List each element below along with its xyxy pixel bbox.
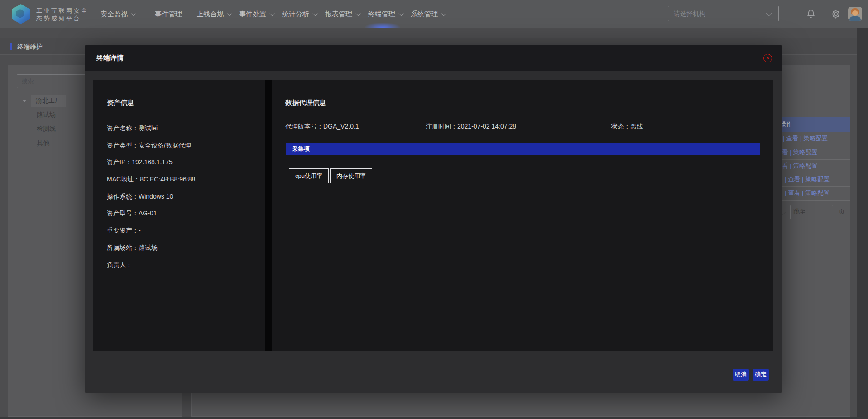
agent-field-register-time: 注册时间：2021-07-02 14:07:28 [426, 123, 516, 131]
active-tab-indicator [365, 23, 400, 28]
nav-item-security-monitor[interactable]: 安全监视 [101, 0, 134, 28]
asset-info-panel: 资产信息 资产名称：测试lei 资产类型：安全设备/数据代理 资产IP：192.… [93, 80, 265, 351]
nav-item-event-management[interactable]: 事件管理 [155, 0, 182, 28]
tree-node-root[interactable]: 渝北工厂 [31, 95, 66, 107]
nav-item-event-handling[interactable]: 事件处置 [239, 0, 273, 28]
table-row-actions[interactable]: | 查看 | 策略配置 [785, 173, 830, 186]
app-logo-text: 工业互联网安全 态势感知平台 [36, 7, 89, 22]
asset-fields: 资产名称：测试lei 资产类型：安全设备/数据代理 资产IP：192.168.1… [107, 120, 260, 273]
avatar-shirt [849, 16, 861, 21]
data-agent-panel: 数据代理信息 代理版本号：DGA_V2.0.1 注册时间：2021-07-02 … [272, 80, 773, 351]
asset-field-name: 资产名称：测试lei [107, 120, 260, 137]
user-avatar[interactable] [848, 7, 862, 21]
asset-field-mac: MAC地址：8C:EC:4B:B8:96:88 [107, 171, 260, 188]
tree-node-child[interactable]: 其他 [37, 139, 49, 148]
nav-item-report-management[interactable]: 报表管理 [325, 0, 359, 28]
tree-expand-caret-icon[interactable] [22, 100, 27, 102]
table-row-actions[interactable]: | 查看 | 策略配置 [783, 132, 828, 145]
app-screen: 工业互联网安全 态势感知平台 安全监视 事件管理 上线合规 事件处置 统计分析 … [0, 0, 868, 419]
modal-title: 终端详情 [96, 45, 124, 71]
org-select-placeholder: 请选择机构 [674, 10, 705, 18]
modal-title-bar: 终端详情 ✕ [85, 45, 782, 71]
close-icon[interactable]: ✕ [763, 54, 772, 62]
logo-line-2: 态势感知平台 [36, 14, 89, 22]
terminal-detail-modal: 终端详情 ✕ 资产信息 资产名称：测试lei 资产类型：安全设备/数据代理 资产… [85, 45, 782, 393]
chevron-down-icon [398, 11, 403, 16]
table-row-actions[interactable]: | 查看 | 策略配置 [785, 186, 830, 200]
confirm-button[interactable]: 确定 [753, 369, 769, 381]
chevron-down-icon [441, 11, 446, 16]
chevron-down-icon [227, 11, 232, 16]
org-select[interactable]: 请选择机构 [668, 6, 779, 21]
page-title: 终端维护 [17, 38, 43, 55]
asset-field-os: 操作系统：Windows 10 [107, 188, 260, 205]
settings-button[interactable] [830, 8, 842, 20]
jump-to-page-input[interactable] [810, 205, 833, 219]
tree-node-child[interactable]: 路试场 [37, 111, 56, 119]
asset-field-ip: 资产IP：192.168.1.175 [107, 154, 260, 171]
nav-item-system-management[interactable]: 系统管理 [411, 0, 445, 28]
collection-item-cpu-usage[interactable]: cpu使用率 [289, 168, 329, 183]
collection-item-memory-usage[interactable]: 内存使用率 [330, 168, 372, 183]
asset-field-type: 资产类型：安全设备/数据代理 [107, 137, 260, 154]
agent-field-version: 代理版本号：DGA_V2.0.1 [285, 123, 359, 131]
asset-field-station: 所属场站：路试场 [107, 239, 260, 257]
breadcrumb-accent [10, 43, 12, 50]
nav-item-statistics[interactable]: 统计分析 [282, 0, 316, 28]
jump-to-label: 跳至 [793, 208, 806, 216]
asset-field-owner: 负责人： [107, 257, 260, 274]
nav-divider [453, 6, 453, 22]
cancel-button[interactable]: 取消 [733, 369, 749, 381]
row-divider [772, 200, 850, 201]
page-right-margin [857, 28, 868, 419]
panel-divider [265, 80, 272, 351]
notifications-button[interactable] [805, 8, 817, 20]
top-nav: 工业互联网安全 态势感知平台 安全监视 事件管理 上线合规 事件处置 统计分析 … [0, 0, 868, 28]
page-unit-label: 页 [839, 208, 845, 216]
avatar-face [852, 10, 858, 16]
agent-info-heading: 数据代理信息 [285, 99, 326, 107]
nav-item-online-compliance[interactable]: 上线合规 [197, 0, 230, 28]
chevron-down-icon [269, 11, 274, 16]
app-logo-icon [12, 4, 30, 24]
table-row-actions[interactable]: 看 | 策略配置 [782, 159, 818, 173]
asset-field-model: 资产型号：AG-01 [107, 205, 260, 222]
agent-field-status: 状态：离线 [611, 123, 643, 131]
gear-icon [830, 8, 842, 20]
chevron-down-icon [766, 10, 772, 16]
bell-icon [805, 8, 817, 20]
tree-node-child[interactable]: 检测线 [37, 125, 56, 133]
collection-items-header: 采集项 [286, 143, 760, 155]
page-bottom-margin [0, 417, 868, 419]
table-row-actions[interactable]: 看 | 策略配置 [782, 146, 818, 159]
asset-info-heading: 资产信息 [107, 99, 134, 107]
logo-line-1: 工业互联网安全 [36, 7, 89, 14]
chevron-down-icon [312, 11, 317, 16]
chevron-down-icon [131, 11, 136, 16]
chevron-down-icon [355, 11, 360, 16]
asset-field-important: 重要资产：- [107, 222, 260, 239]
